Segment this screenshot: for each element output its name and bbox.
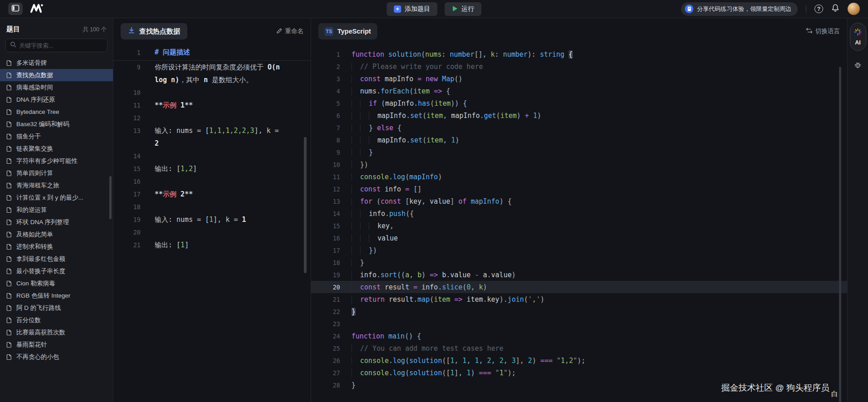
- md-line[interactable]: 20: [113, 226, 311, 239]
- sidebar-item[interactable]: RGB 色值转 Integer: [0, 289, 113, 302]
- code-line[interactable]: 14 info.push({: [311, 207, 847, 220]
- sidebar-item[interactable]: 字符串有多少种可能性: [0, 155, 113, 167]
- debug-bug-icon[interactable]: [853, 61, 862, 71]
- md-line[interactable]: 21输出: [1]: [113, 239, 311, 251]
- md-line[interactable]: 10: [113, 86, 311, 99]
- md-line[interactable]: 11**示例 1**: [113, 99, 311, 112]
- code-line[interactable]: 4 nums.forEach(item => {: [311, 85, 847, 97]
- sidebar-item[interactable]: 进制求和转换: [0, 240, 113, 253]
- code-line[interactable]: 1function solution(nums: number[], k: nu…: [311, 48, 847, 60]
- md-line[interactable]: 9你所设计算法的时间复杂度必须优于 O(n: [113, 61, 311, 74]
- notification-bell-icon[interactable]: [831, 4, 839, 14]
- run-button[interactable]: 运行: [445, 2, 482, 16]
- sidebar-item[interactable]: Cion 勒索病毒: [0, 277, 113, 289]
- code-line[interactable]: 20 const result = info.slice(0, k): [311, 281, 847, 293]
- help-icon[interactable]: ?: [814, 5, 823, 13]
- code-line[interactable]: 2 // Please write your code here: [311, 60, 847, 73]
- sidebar-item[interactable]: 青海湖租车之旅: [0, 179, 113, 191]
- code-line[interactable]: 28}: [311, 379, 847, 391]
- code-line[interactable]: 16 value: [311, 232, 847, 244]
- md-line[interactable]: 19输入: nums = [1], k = 1: [113, 213, 311, 226]
- user-avatar[interactable]: [848, 3, 860, 15]
- code-line[interactable]: 11 console.log(mapInfo): [311, 171, 847, 183]
- md-line[interactable]: 16: [113, 175, 311, 188]
- search-box[interactable]: [5, 39, 107, 52]
- md-sticky-line[interactable]: 1# 问题描述: [113, 44, 311, 61]
- code-line[interactable]: 24function main() {: [311, 330, 847, 342]
- md-line[interactable]: 18: [113, 201, 311, 213]
- md-line[interactable]: 2: [113, 137, 311, 150]
- sidebar-item[interactable]: 拿到最多红包金额: [0, 253, 113, 265]
- code-line[interactable]: 8 mapInfo.set(item, 1): [311, 134, 847, 146]
- share-experience-button[interactable]: 分享代码练习体验，领限量定制周边: [681, 2, 798, 16]
- sidebar-item[interactable]: 环状 DNA 序列整理: [0, 216, 113, 228]
- line-text: **示例 1**: [155, 101, 193, 110]
- document-icon: [6, 317, 12, 324]
- code-line[interactable]: 3 const mapInfo = new Map(): [311, 73, 847, 85]
- code-scrollbar[interactable]: [839, 67, 841, 402]
- code-line[interactable]: 15 key,: [311, 220, 847, 232]
- sidebar-item[interactable]: 暴雨梨花针: [0, 338, 113, 351]
- code-line[interactable]: 18 }: [311, 256, 847, 269]
- document-icon: [6, 354, 12, 360]
- sidebar-item[interactable]: 病毒感染时间: [0, 81, 113, 93]
- sidebar-item[interactable]: 最小替换子串长度: [0, 265, 113, 277]
- md-line[interactable]: 14: [113, 150, 311, 162]
- md-scrollbar[interactable]: [304, 137, 307, 273]
- code-line[interactable]: 9 }: [311, 146, 847, 158]
- language-name: TypeScript: [337, 28, 371, 35]
- sidebar-item[interactable]: 及格如此简单: [0, 228, 113, 240]
- sidebar-item[interactable]: 链表聚集交换: [0, 142, 113, 155]
- code-line[interactable]: 5 if (mapInfo.has(item)) {: [311, 97, 847, 109]
- md-line[interactable]: 15输出: [1,2]: [113, 162, 311, 175]
- code-line[interactable]: 23: [311, 318, 847, 330]
- add-question-button[interactable]: + 添加题目: [387, 2, 438, 16]
- rename-button[interactable]: 重命名: [276, 27, 304, 35]
- sidebar-item[interactable]: 查找热点数据: [0, 69, 113, 81]
- code-line[interactable]: 17 }): [311, 244, 847, 256]
- app-logo[interactable]: [29, 3, 44, 15]
- line-number: 14: [113, 152, 141, 160]
- sidebar-item[interactable]: DNA 序列还原: [0, 93, 113, 106]
- code-line[interactable]: 7 } else {: [311, 122, 847, 134]
- topbar-right: 分享代码练习体验，领限量定制周边 ?: [681, 2, 860, 16]
- md-line[interactable]: 17**示例 2**: [113, 188, 311, 201]
- sidebar-item[interactable]: 简单四则计算: [0, 167, 113, 179]
- ai-assistant-button[interactable]: AI: [850, 23, 866, 51]
- code-line[interactable]: 25 // You can add more test cases here: [311, 342, 847, 354]
- sidebar-item[interactable]: 多米诺骨牌: [0, 57, 113, 69]
- sidebar-item[interactable]: 猫鱼分干: [0, 130, 113, 142]
- sidebar-item[interactable]: 计算位置 x 到 y 的最少...: [0, 191, 113, 204]
- code-line[interactable]: 12 const info = []: [311, 183, 847, 195]
- sidebar-item[interactable]: 比赛最高获胜次数: [0, 326, 113, 338]
- sidebar-item[interactable]: Bytedance Tree: [0, 106, 113, 118]
- code-line[interactable]: 19 info.sort((a, b) => b.value - a.value…: [311, 269, 847, 281]
- sidebar-item[interactable]: Base32 编码和解码: [0, 118, 113, 130]
- code-line[interactable]: 13 for (const [key, value] of mapInfo) {: [311, 195, 847, 207]
- problem-title-tab[interactable]: 查找热点数据: [121, 23, 187, 39]
- sidebar-item[interactable]: 不再贪心的小包: [0, 351, 113, 363]
- problem-list: 多米诺骨牌查找热点数据病毒感染时间DNA 序列还原Bytedance TreeB…: [0, 57, 113, 363]
- language-tab[interactable]: TS TypeScript: [318, 23, 377, 39]
- code-line[interactable]: 22}: [311, 305, 847, 318]
- code-line[interactable]: 21 return result.map(item => item.key).j…: [311, 293, 847, 305]
- md-line[interactable]: 13输入: nums = [1,1,1,2,2,3], k =: [113, 124, 311, 137]
- code-line[interactable]: 26 console.log(solution([1, 1, 1, 2, 2, …: [311, 354, 847, 367]
- sidebar-item-label: 进制求和转换: [16, 243, 53, 251]
- sidebar-scrollbar[interactable]: [109, 176, 112, 219]
- sidebar-item[interactable]: 和的逆运算: [0, 204, 113, 216]
- md-line[interactable]: 12: [113, 112, 311, 124]
- code-line[interactable]: 27 console.log(solution([1], 1) === "1")…: [311, 367, 847, 379]
- sidebar-item[interactable]: 阿 D 的飞行路线: [0, 302, 113, 314]
- line-number: 4: [311, 88, 340, 95]
- md-line[interactable]: log n)，其中 n 是数组大小。: [113, 74, 311, 86]
- document-icon: [6, 84, 12, 91]
- sidebar-item[interactable]: 百分位数: [0, 314, 113, 326]
- code-line[interactable]: 10 }): [311, 158, 847, 171]
- document-icon: [6, 146, 12, 152]
- collapse-sidebar-button[interactable]: [8, 3, 23, 15]
- search-input[interactable]: [19, 42, 103, 49]
- line-number: 16: [311, 235, 340, 242]
- code-line[interactable]: 6 mapInfo.set(item, mapInfo.get(item) + …: [311, 109, 847, 122]
- switch-language-button[interactable]: 切换语言: [806, 27, 840, 35]
